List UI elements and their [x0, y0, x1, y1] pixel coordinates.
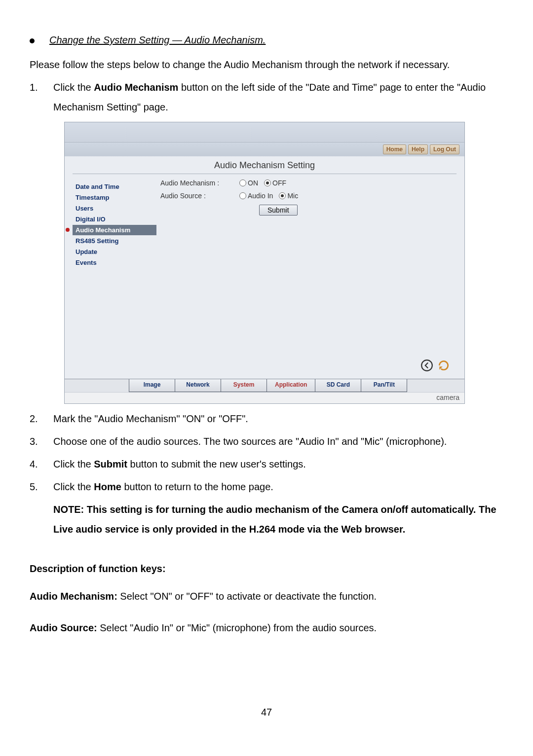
- tab-system[interactable]: System: [221, 379, 267, 392]
- step-text: Mark the "Audio Mechanism" "ON" or "OFF"…: [53, 409, 503, 429]
- desc-body: Select "Audio In" or "Mic" (microphone) …: [97, 622, 377, 633]
- sidebar-item-label: Audio Mechanism: [76, 226, 130, 234]
- section-heading-row: Change the System Setting — Audio Mechan…: [30, 35, 503, 46]
- sidebar-item-users[interactable]: Users: [73, 203, 156, 214]
- form-area: Audio Mechanism : ON OFF Audio Source : …: [156, 179, 457, 379]
- home-button[interactable]: Home: [383, 144, 406, 154]
- desc-label: Audio Mechanism:: [30, 591, 117, 602]
- step-4: 4. Click the Submit button to submit the…: [30, 454, 503, 474]
- step-bold: Audio Mechanism: [94, 82, 178, 93]
- radio-label: OFF: [272, 179, 286, 187]
- list-number: 3.: [30, 432, 53, 451]
- page-number: 47: [30, 707, 503, 718]
- screenshot-panel: Home Help Log Out Audio Mechanism Settin…: [64, 122, 465, 404]
- radio-icon: [239, 192, 246, 199]
- radio-icon: [279, 192, 286, 199]
- section-heading: Change the System Setting — Audio Mechan…: [49, 35, 266, 46]
- sidebar-item-date-time[interactable]: Date and Time: [73, 181, 156, 192]
- step-3: 3. Choose one of the audio sources. The …: [30, 432, 503, 451]
- note-body: : This setting is for turning the audio …: [53, 504, 496, 535]
- step-bold: Submit: [94, 459, 127, 469]
- sidebar-item-update[interactable]: Update: [73, 247, 156, 257]
- tab-image[interactable]: Image: [129, 379, 175, 392]
- step-2: 2. Mark the "Audio Mechanism" "ON" or "O…: [30, 409, 503, 429]
- submit-button[interactable]: Submit: [259, 205, 298, 216]
- back-arrow-icon[interactable]: [420, 359, 434, 372]
- tab-sd-card[interactable]: SD Card: [315, 379, 361, 392]
- step-text: Click the: [53, 82, 94, 93]
- audio-source-row: Audio Source : Audio In Mic: [160, 192, 453, 200]
- selected-marker-icon: [66, 228, 70, 232]
- list-number: 4.: [30, 454, 53, 474]
- note-label: NOTE: [53, 504, 81, 515]
- settings-sidebar: Date and Time Timestamp Users Digital I/…: [73, 179, 156, 379]
- form-label: Audio Source :: [160, 192, 239, 200]
- audio-mechanism-row: Audio Mechanism : ON OFF: [160, 179, 453, 187]
- tab-application[interactable]: Application: [266, 379, 315, 392]
- sidebar-item-digital-io[interactable]: Digital I/O: [73, 214, 156, 224]
- radio-icon: [239, 180, 246, 186]
- step-text: button to submit the new user's settings…: [127, 459, 306, 469]
- sidebar-item-rs485[interactable]: RS485 Setting: [73, 236, 156, 246]
- help-button[interactable]: Help: [408, 144, 428, 154]
- list-number: 2.: [30, 409, 53, 429]
- radio-label: Mic: [287, 192, 298, 200]
- panel-title: Audio Mechanism Setting: [73, 160, 457, 174]
- list-number: 5.: [30, 477, 53, 497]
- radio-off[interactable]: OFF: [264, 179, 286, 187]
- refresh-icon[interactable]: [437, 359, 451, 372]
- step-text: button to return to the home page.: [121, 481, 273, 492]
- logout-button[interactable]: Log Out: [430, 144, 459, 154]
- step-bold: Home: [94, 481, 121, 492]
- sidebar-item-audio-mechanism[interactable]: Audio Mechanism: [73, 225, 156, 235]
- radio-label: Audio In: [248, 192, 273, 200]
- radio-icon: [264, 180, 271, 186]
- desc-label: Audio Source:: [30, 622, 97, 633]
- list-number: 1.: [30, 77, 53, 117]
- step-text: Choose one of the audio sources. The two…: [53, 432, 503, 451]
- form-label: Audio Mechanism :: [160, 179, 239, 187]
- intro-text: Please follow the steps below to change …: [30, 55, 503, 74]
- radio-audio-in[interactable]: Audio In: [239, 192, 273, 200]
- tab-pan-tilt[interactable]: Pan/Tilt: [361, 379, 407, 392]
- radio-label: ON: [248, 179, 258, 187]
- top-links-bar: Home Help Log Out: [65, 143, 464, 156]
- step-text: Click the: [53, 459, 94, 469]
- step-1: 1. Click the Audio Mechanism button on t…: [30, 77, 503, 117]
- desc-audio-source: Audio Source: Select "Audio In" or "Mic"…: [30, 618, 503, 638]
- tab-network[interactable]: Network: [175, 379, 221, 392]
- svg-point-0: [421, 360, 432, 371]
- note-block: NOTE: This setting is for turning the au…: [30, 500, 503, 539]
- bullet-icon: [30, 38, 35, 43]
- nav-icons: [420, 359, 451, 372]
- radio-on[interactable]: ON: [239, 179, 258, 187]
- sidebar-item-events[interactable]: Events: [73, 257, 156, 268]
- desc-audio-mechanism: Audio Mechanism: Select "ON" or "OFF" to…: [30, 586, 503, 606]
- radio-mic[interactable]: Mic: [279, 192, 298, 200]
- sidebar-item-timestamp[interactable]: Timestamp: [73, 192, 156, 203]
- description-heading: Description of function keys:: [30, 559, 503, 578]
- camera-label: camera: [65, 392, 464, 403]
- bottom-tab-bar: Image Network System Application SD Card…: [65, 379, 464, 392]
- desc-body: Select "ON" or "OFF" to activate or deac…: [117, 591, 377, 602]
- step-5: 5. Click the Home button to return to th…: [30, 477, 503, 497]
- description-heading-text: Description of function keys:: [30, 563, 166, 574]
- step-text: Click the: [53, 481, 94, 492]
- window-titlebar: [65, 122, 464, 143]
